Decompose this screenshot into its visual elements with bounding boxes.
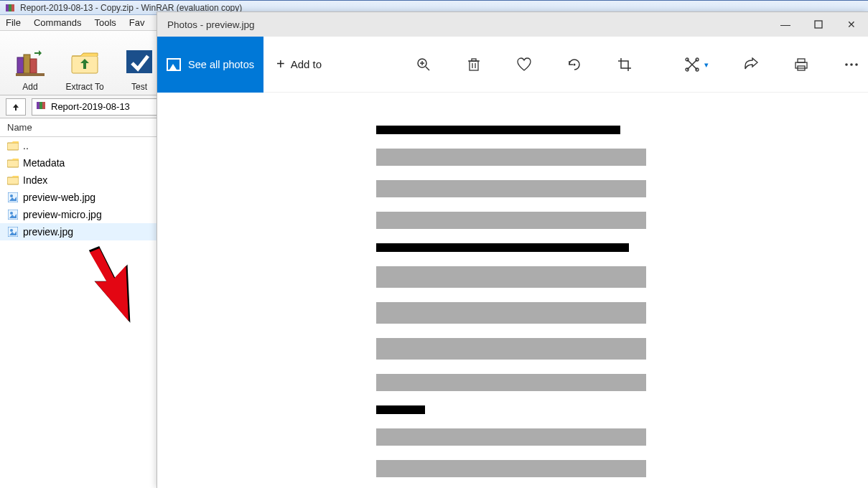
svg-point-18 — [10, 212, 13, 215]
folder-icon — [7, 157, 19, 169]
redacted-line — [376, 302, 646, 324]
share-icon[interactable] — [743, 57, 759, 72]
see-all-photos-button[interactable]: See all photos — [157, 37, 263, 93]
annotation-arrow-icon — [70, 248, 135, 327]
zoom-icon[interactable] — [416, 57, 431, 72]
delete-icon[interactable] — [466, 57, 482, 72]
svg-rect-0 — [6, 4, 9, 11]
toolbar-extract-label: Extract To — [65, 82, 103, 92]
svg-point-31 — [574, 64, 576, 66]
document-preview-image — [376, 126, 649, 488]
path-text: Report-2019-08-13 — [51, 101, 130, 112]
svg-point-40 — [850, 63, 853, 66]
image-file-icon — [7, 209, 19, 220]
photos-title-text: Photos - preview.jpg — [157, 19, 255, 30]
file-name: Index — [23, 174, 47, 186]
redacted-line — [376, 338, 646, 360]
photos-window: Photos - preview.jpg — ✕ See all photos … — [157, 11, 868, 488]
right-tool-icons: ▾ — [684, 37, 859, 93]
redacted-line — [376, 212, 646, 229]
plus-icon: + — [276, 56, 285, 72]
svg-point-20 — [10, 229, 13, 232]
center-tool-icons — [416, 37, 633, 93]
folder-extract-icon — [67, 44, 102, 79]
column-name: Name — [7, 122, 32, 133]
svg-point-41 — [855, 63, 858, 66]
svg-rect-26 — [470, 61, 478, 70]
svg-rect-37 — [798, 59, 805, 62]
menu-tools[interactable]: Tools — [94, 17, 116, 28]
rotate-icon[interactable] — [566, 57, 582, 72]
up-folder-button[interactable] — [6, 98, 26, 116]
file-name: preview.jpg — [23, 226, 73, 238]
photos-titlebar[interactable]: Photos - preview.jpg — ✕ — [157, 12, 868, 37]
file-name: .. — [23, 140, 29, 151]
svg-line-23 — [426, 67, 429, 70]
add-to-label: Add to — [291, 58, 322, 70]
test-icon — [122, 44, 157, 79]
file-name: preview-web.jpg — [23, 192, 95, 203]
redacted-line — [376, 243, 629, 252]
close-button[interactable]: ✕ — [835, 12, 868, 37]
folder-icon — [7, 140, 19, 151]
svg-rect-3 — [17, 57, 24, 73]
maximize-button[interactable] — [802, 12, 835, 37]
svg-rect-6 — [16, 73, 45, 76]
chevron-down-icon: ▾ — [704, 60, 709, 70]
svg-rect-9 — [37, 102, 39, 109]
photos-toolbar: See all photos + Add to — [157, 37, 868, 93]
redacted-line — [376, 180, 646, 197]
svg-rect-2 — [11, 4, 14, 11]
menu-file[interactable]: File — [6, 17, 21, 28]
toolbar-test-button[interactable]: Test — [116, 34, 162, 92]
gallery-icon — [167, 58, 181, 71]
menu-favorites[interactable]: Fav — [129, 17, 145, 28]
photos-viewport[interactable] — [157, 93, 868, 488]
edit-dropdown-button[interactable]: ▾ — [684, 57, 709, 72]
redacted-line — [376, 460, 646, 477]
svg-rect-10 — [39, 102, 42, 109]
redacted-line — [376, 405, 425, 414]
image-file-icon — [7, 192, 19, 203]
add-to-button[interactable]: + Add to — [276, 56, 322, 72]
svg-rect-21 — [815, 21, 822, 28]
redacted-line — [376, 266, 646, 288]
redacted-line — [376, 374, 646, 391]
edit-icon — [684, 57, 700, 72]
crop-icon[interactable] — [617, 57, 633, 72]
image-file-icon — [7, 226, 19, 238]
favorite-icon[interactable] — [516, 57, 532, 72]
file-name: Metadata — [23, 157, 65, 169]
toolbar-extract-button[interactable]: Extract To — [62, 34, 108, 92]
file-name: preview-micro.jpg — [23, 209, 102, 220]
toolbar-add-label: Add — [22, 82, 37, 92]
folder-icon — [7, 174, 19, 186]
print-icon[interactable] — [793, 57, 809, 72]
svg-rect-4 — [24, 55, 30, 73]
minimize-button[interactable]: — — [769, 12, 802, 37]
svg-point-16 — [10, 194, 13, 197]
toolbar-test-label: Test — [131, 82, 147, 92]
window-controls: — ✕ — [769, 12, 868, 37]
svg-rect-11 — [42, 102, 45, 109]
toolbar-add-button[interactable]: Add — [7, 34, 53, 92]
menu-commands[interactable]: Commands — [34, 17, 81, 28]
redacted-line — [376, 126, 620, 134]
svg-rect-5 — [30, 59, 37, 73]
svg-point-39 — [845, 63, 848, 66]
books-add-icon — [13, 44, 47, 79]
svg-rect-30 — [472, 59, 476, 61]
svg-rect-12 — [7, 143, 19, 150]
svg-rect-13 — [7, 160, 19, 167]
redacted-line — [376, 149, 646, 166]
see-all-label: See all photos — [188, 59, 254, 70]
archive-icon — [35, 100, 47, 113]
svg-rect-14 — [7, 177, 19, 184]
winrar-app-icon — [4, 2, 16, 14]
more-icon[interactable] — [844, 57, 859, 72]
svg-rect-1 — [9, 4, 11, 11]
redacted-line — [376, 428, 646, 446]
